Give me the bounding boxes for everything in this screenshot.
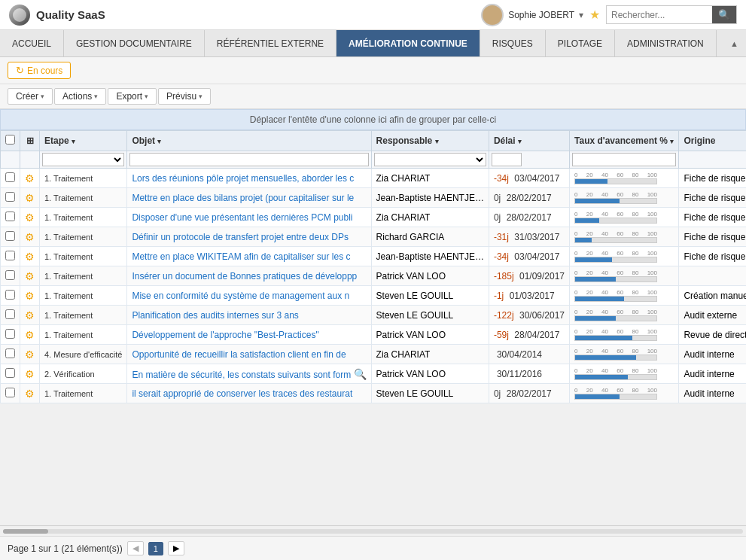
delai-filter-input[interactable] [492,153,522,166]
row-checkbox[interactable] [5,368,15,378]
date-value: 28/04/2017 [514,330,559,340]
preview-button[interactable]: Prévisu ▾ [158,88,211,105]
export-button[interactable]: Export ▾ [108,88,157,105]
row-delai: 0j 28/02/2017 [489,188,569,208]
row-gear-icon[interactable]: ⚙ [25,388,35,400]
responsable-filter-icon[interactable]: ▾ [435,138,439,145]
row-gear-icon[interactable]: ⚙ [25,270,35,282]
row-checkbox[interactable] [5,309,15,319]
nav-item-referentiel[interactable]: RÉFÉRENTIEL EXTERNE [205,30,336,56]
row-checkbox[interactable] [5,212,15,221]
row-step: 1. Traitement [40,286,127,306]
row-checkbox-cell [1,188,20,208]
row-taux: 020406080100 [570,188,679,208]
objet-link[interactable]: Mettre en place des bilans projet (pour … [132,193,354,203]
export-dropdown-icon: ▾ [145,93,148,100]
search-input[interactable] [607,8,712,23]
objet-link[interactable]: il serait approprié de conserver les tra… [132,388,352,399]
origine-value: Audit externe [684,310,737,321]
page-1-button[interactable]: 1 [148,542,163,555]
row-step: 1. Traitement [40,227,127,247]
row-checkbox[interactable] [5,231,15,241]
table-body: ⚙ 1. Traitement Lors des réunions pôle p… [1,169,747,403]
row-gear-icon[interactable]: ⚙ [25,329,35,341]
row-checkbox[interactable] [5,329,15,339]
row-objet: il serait approprié de conserver les tra… [127,384,371,403]
row-objet: Mise en conformité du système de managem… [127,286,371,306]
row-checkbox-cell [1,208,20,227]
nav-item-risques[interactable]: RISQUES [480,30,546,56]
select-all-checkbox[interactable] [5,135,15,145]
objet-link[interactable]: Mise en conformité du système de managem… [132,291,349,301]
row-objet: Développement de l'approche "Best-Practi… [127,325,371,345]
row-checkbox[interactable] [5,290,15,300]
table-row: ⚙ 1. Traitement Lors des réunions pôle p… [1,169,747,188]
expand-all-icon[interactable]: ⊞ [26,135,34,146]
search-icon[interactable]: 🔍 [354,368,367,380]
nav-item-amelioration[interactable]: AMÉLIORATION CONTINUE [336,30,480,56]
row-expand-cell: ⚙ [20,169,40,188]
nav-item-administration[interactable]: ADMINISTRATION [615,30,717,56]
objet-link[interactable]: Lors des réunions pôle projet mensuelles… [132,173,354,184]
favorite-icon[interactable]: ★ [589,8,600,22]
row-expand-cell: ⚙ [20,247,40,266]
create-label: Créer [16,91,38,102]
nav-collapse-button[interactable]: ▲ [723,36,746,51]
row-gear-icon[interactable]: ⚙ [25,192,35,204]
next-page-button[interactable]: ▶ [168,541,184,555]
horizontal-scrollbar[interactable] [0,525,746,536]
row-checkbox-cell [1,306,20,325]
actions-button[interactable]: Actions ▾ [54,88,106,105]
prev-page-button[interactable]: ◀ [127,541,144,555]
main-table: ⊞ Etape ▾ Objet ▾ Responsable ▾ [0,130,746,403]
step-label: 1. Traitement [44,389,93,398]
search-button[interactable]: 🔍 [712,6,736,23]
nav-item-pilotage[interactable]: PILOTAGE [546,30,615,56]
responsable-value: Steven LE GOUILL [376,388,454,399]
row-gear-icon[interactable]: ⚙ [25,368,35,380]
row-gear-icon[interactable]: ⚙ [25,231,35,243]
nav-item-gestion[interactable]: GESTION DOCUMENTAIRE [64,30,205,56]
create-button[interactable]: Créer ▾ [8,88,53,105]
row-responsable: Zia CHARIAT [371,169,489,188]
row-gear-icon[interactable]: ⚙ [25,290,35,302]
row-checkbox[interactable] [5,348,15,358]
etape-filter-select[interactable] [42,153,124,166]
row-gear-icon[interactable]: ⚙ [25,251,35,263]
delai-filter-icon[interactable]: ▾ [518,138,522,145]
origine-value: Revue de direction [684,330,746,340]
taux-filter-input[interactable] [572,153,676,166]
objet-link[interactable]: Définir un protocole de transfert projet… [132,232,348,242]
row-gear-icon[interactable]: ⚙ [25,172,35,184]
status-button[interactable]: ↻ En cours [8,62,71,79]
scrollbar-thumb[interactable] [3,529,48,534]
objet-link[interactable]: Disposer d'une vue présentant les derniè… [132,212,352,223]
row-origine [679,266,746,286]
etape-filter-icon[interactable]: ▾ [72,138,75,145]
row-checkbox[interactable] [5,192,15,202]
objet-filter-input[interactable] [129,153,368,166]
row-checkbox[interactable] [5,172,15,182]
row-checkbox[interactable] [5,270,15,280]
row-expand-cell: ⚙ [20,188,40,208]
user-name: Sophie JOBERT [508,10,574,20]
objet-link[interactable]: Mettre en place WIKITEAM afin de capital… [132,251,350,262]
row-gear-icon[interactable]: ⚙ [25,212,35,224]
responsable-filter-select[interactable] [374,153,486,166]
row-responsable: Patrick VAN LOO [371,325,489,345]
row-checkbox[interactable] [5,251,15,260]
taux-filter-icon[interactable]: ▾ [670,138,674,145]
nav-item-accueil[interactable]: ACCUEIL [0,30,64,56]
objet-link[interactable]: Insérer un document de Bonnes pratiques … [132,271,357,282]
row-objet: Définir un protocole de transfert projet… [127,227,371,247]
row-step: 1. Traitement [40,266,127,286]
row-gear-icon[interactable]: ⚙ [25,309,35,321]
objet-link[interactable]: En matière de sécurité, les constats sui… [132,370,351,380]
objet-link[interactable]: Planification des audits internes sur 3 … [132,310,298,321]
objet-link[interactable]: Développement de l'approche "Best-Practi… [132,330,318,340]
row-checkbox[interactable] [5,388,15,397]
objet-filter-icon[interactable]: ▾ [157,138,161,145]
row-gear-icon[interactable]: ⚙ [25,348,35,361]
objet-link[interactable]: Opportunité de recueillir la satisfactio… [132,349,346,360]
user-dropdown-icon[interactable]: ▾ [579,10,583,20]
